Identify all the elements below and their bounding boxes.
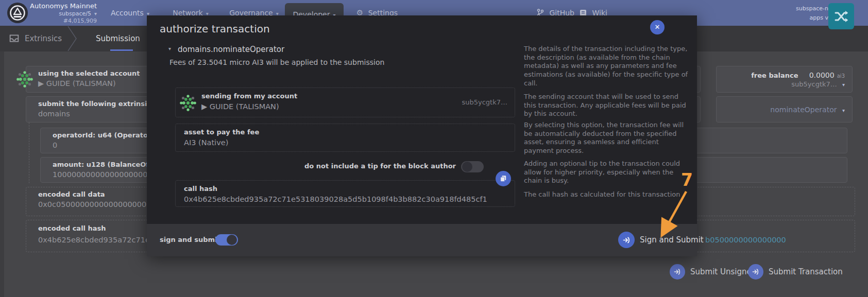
annotation-arrow xyxy=(650,188,696,240)
account-address-short: sub5ycgtk7… xyxy=(791,80,837,88)
call-hash-label: call hash xyxy=(184,185,217,193)
submit-transaction-label: Submit Transaction xyxy=(769,267,843,276)
param-indent-guide xyxy=(29,123,29,183)
chevron-down-icon[interactable]: ▾ xyxy=(94,11,97,16)
modal-title: authorize transaction xyxy=(160,23,270,35)
shuffle-icon xyxy=(833,9,849,24)
free-balance-value: 0.0000 xyxy=(809,71,835,79)
extrinsics-icon xyxy=(9,33,20,46)
modal-footer: sign and submit Sign and Submit xyxy=(147,224,697,256)
chevron-down-icon[interactable]: ▾ xyxy=(842,82,845,88)
chain-name: Autonomys Mainnet xyxy=(30,2,97,10)
step-annotation: 7 xyxy=(681,170,693,190)
close-icon[interactable]: ✕ xyxy=(650,20,665,34)
encoded-call-hash-tail: b0500000000000000 xyxy=(705,236,786,244)
copy-icon[interactable] xyxy=(496,171,511,186)
extrinsic-section-value: domains xyxy=(38,110,70,118)
modal-method[interactable]: domains.nominateOperator xyxy=(178,45,284,54)
page-edge xyxy=(0,51,4,297)
free-balance-unit: ai3 xyxy=(837,73,845,79)
param-amount-label: amount: u128 (BalanceOf) xyxy=(53,161,152,168)
tip-help-text: Adding an optional tip to the transactio… xyxy=(524,160,690,185)
encoded-call-data-label: encoded call data xyxy=(38,190,105,198)
param-operatorid-value: 0 xyxy=(53,141,57,149)
random-endpoint-button[interactable] xyxy=(828,3,854,29)
account-identicon xyxy=(180,95,196,111)
sending-help-text: The sending account that will be used to… xyxy=(524,93,690,118)
details-help-text: The details of the transaction including… xyxy=(524,45,690,88)
authorize-transaction-modal: authorize transaction ✕ ▾ domains.nomina… xyxy=(147,15,697,256)
tab-separator xyxy=(66,26,78,53)
tip-toggle[interactable] xyxy=(461,161,484,172)
fees-note: Fees of 23.5041 micro AI3 will be applie… xyxy=(169,58,384,66)
expand-caret-icon[interactable]: ▾ xyxy=(168,46,171,51)
free-balance-box[interactable]: free balance 0.0000 ai3 sub5ycgtk7… ▾ xyxy=(716,66,853,93)
tip-toggle-label: do not include a tip for the block autho… xyxy=(301,162,456,170)
extrinsic-method-box[interactable]: nominateOperator ▾ xyxy=(716,96,853,123)
selected-account-value: ▶ GUIDE (TALISMAN) xyxy=(38,79,116,88)
sending-account-label: sending from my account xyxy=(201,92,297,100)
fee-asset-box[interactable]: asset to pay the fee AI3 (Native) xyxy=(175,124,515,152)
fee-asset-help-text: By selecting this option, the transactio… xyxy=(524,121,690,155)
signin-icon xyxy=(670,264,685,279)
submit-transaction-button[interactable]: Submit Transaction xyxy=(748,264,843,279)
call-hash-value: 0x4b625e8cbded935a72c71e5318039028a5d5b1… xyxy=(184,195,487,203)
extrinsic-label: submit the following extrinsic xyxy=(38,100,151,108)
signin-icon xyxy=(618,232,635,248)
extrinsics-page: using the selected account ▶ GUIDE (TALI… xyxy=(0,0,868,297)
sending-account-box[interactable]: sending from my account ▶ GUIDE (TALISMA… xyxy=(175,88,515,117)
param-operatorid-label: operatorId: u64 (OperatorId) xyxy=(53,131,161,139)
sign-submit-toggle-label: sign and submit xyxy=(160,236,220,243)
selected-account-label: using the selected account xyxy=(38,69,140,77)
runtime-version: subspace/5 xyxy=(59,10,91,17)
chevron-down-icon[interactable]: ▾ xyxy=(842,108,845,113)
tab-extrinsics[interactable]: Extrinsics xyxy=(25,26,62,51)
method-select-value[interactable]: nominateOperator xyxy=(770,106,837,114)
tab-submission[interactable]: Submission xyxy=(96,26,140,51)
account-identicon xyxy=(16,71,33,88)
signin-icon xyxy=(748,264,763,279)
submit-unsigned-button[interactable]: Submit Unsigned xyxy=(670,264,756,279)
apps-version-info: subspace-n apps v xyxy=(751,4,828,22)
chain-info[interactable]: Autonomys Mainnet subspace/5▾ #4,015,909 xyxy=(30,2,97,25)
submit-unsigned-label: Submit Unsigned xyxy=(690,267,756,276)
sending-account-value: ▶ GUIDE (TALISMAN) xyxy=(201,102,279,111)
param-amount-value: 100000000000000000000 xyxy=(53,170,152,179)
autonomys-logo[interactable] xyxy=(7,3,28,23)
encoded-call-hash-label: encoded call hash xyxy=(38,224,106,232)
call-hash-box: call hash 0x4b625e8cbded935a72c71e531803… xyxy=(175,180,515,207)
sending-account-address: sub5ycgtk7… xyxy=(462,98,507,106)
fee-asset-label: asset to pay the fee xyxy=(184,128,259,136)
block-number: #4,015,909 xyxy=(30,18,97,25)
fee-asset-value: AI3 (Native) xyxy=(184,138,228,147)
free-balance-label: free balance xyxy=(751,72,798,79)
active-tab-underline xyxy=(110,49,133,51)
sign-submit-toggle[interactable] xyxy=(215,234,238,246)
